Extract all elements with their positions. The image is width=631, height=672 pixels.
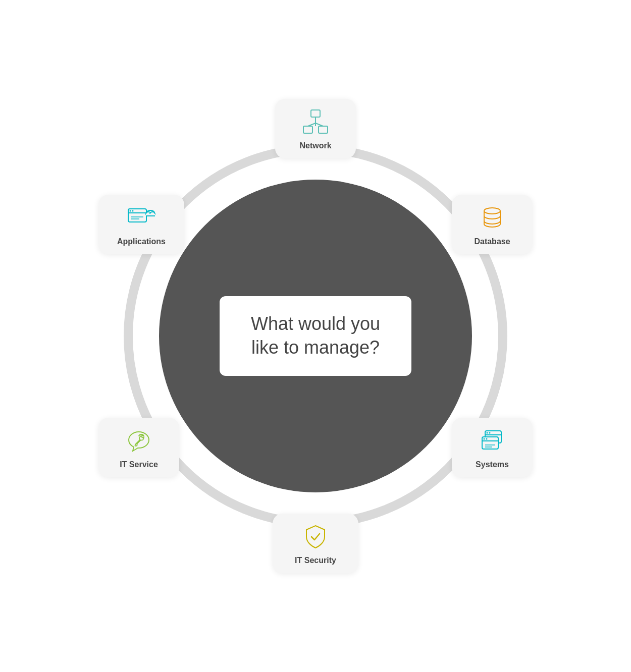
center-question: What would you like to manage? bbox=[251, 313, 380, 358]
shield-icon bbox=[300, 522, 331, 552]
svg-point-20 bbox=[132, 210, 134, 212]
svg-rect-2 bbox=[319, 126, 328, 133]
apps-icon bbox=[126, 203, 156, 233]
node-itservice[interactable]: IT Service bbox=[98, 418, 179, 477]
node-itsecurity[interactable]: IT Security bbox=[273, 514, 358, 573]
svg-point-10 bbox=[489, 432, 491, 434]
svg-point-13 bbox=[484, 438, 485, 440]
systems-label: Systems bbox=[476, 460, 509, 469]
node-network[interactable]: Network bbox=[275, 99, 356, 158]
network-icon bbox=[300, 107, 331, 137]
itsecurity-label: IT Security bbox=[295, 556, 336, 565]
itservice-label: IT Service bbox=[120, 460, 158, 469]
svg-point-9 bbox=[487, 432, 488, 434]
diagram-container: What would you like to manage? Network bbox=[88, 94, 543, 578]
svg-point-6 bbox=[484, 208, 500, 214]
svg-rect-0 bbox=[311, 110, 320, 117]
inner-circle: What would you like to manage? bbox=[159, 180, 472, 492]
svg-point-19 bbox=[130, 210, 131, 212]
svg-rect-1 bbox=[303, 126, 312, 133]
systems-icon bbox=[477, 426, 507, 456]
node-database[interactable]: Database bbox=[452, 195, 533, 254]
node-applications[interactable]: Applications bbox=[98, 195, 184, 254]
wrench-icon bbox=[124, 426, 154, 456]
applications-label: Applications bbox=[117, 237, 166, 246]
node-systems[interactable]: Systems bbox=[452, 418, 533, 477]
database-label: Database bbox=[474, 237, 510, 246]
network-label: Network bbox=[299, 141, 331, 150]
database-icon bbox=[477, 203, 507, 233]
svg-point-14 bbox=[486, 438, 488, 440]
center-text-box: What would you like to manage? bbox=[220, 296, 411, 376]
